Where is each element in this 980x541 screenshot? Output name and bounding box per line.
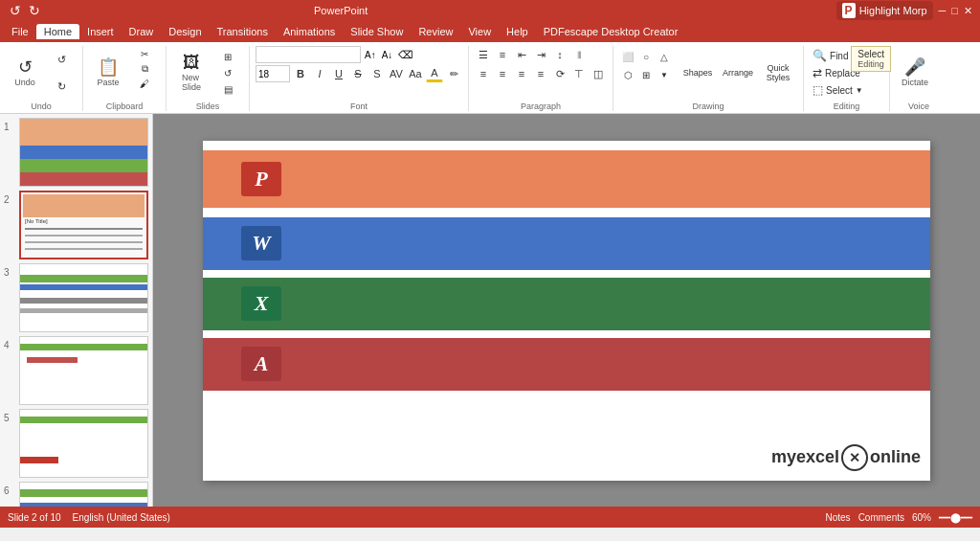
arrange-btn[interactable]: Arrange [719, 48, 757, 98]
layout-btn[interactable]: ⊞ [212, 50, 243, 64]
slide-img-4[interactable] [19, 336, 148, 405]
ribbon-group-clipboard: 📋 Paste ✂ ⧉ 🖌 Clipboard [83, 46, 167, 111]
status-bar: Slide 2 of 10 English (United States) No… [0, 507, 980, 528]
change-case-btn[interactable]: Aa [407, 65, 424, 82]
find-icon: 🔍 [813, 49, 827, 62]
menu-design[interactable]: Design [161, 24, 209, 39]
menu-animations[interactable]: Animations [276, 24, 343, 39]
minimize-icon[interactable]: ─ [939, 5, 947, 16]
italic-btn[interactable]: I [311, 65, 328, 82]
menu-transitions[interactable]: Transitions [210, 24, 276, 39]
new-slide-btn[interactable]: 🖼 NewSlide [172, 48, 211, 98]
shape-2[interactable]: ○ [637, 48, 655, 65]
dictate-btn[interactable]: 🎤 Dictate [896, 46, 934, 100]
slide-img-3[interactable] [19, 263, 148, 332]
menu-view[interactable]: View [460, 24, 499, 39]
shapes-label: Shapes [683, 68, 713, 78]
font-color-btn[interactable]: A [426, 65, 443, 82]
undo-btn[interactable]: ↺ Undo [6, 46, 44, 100]
slide-img-2[interactable]: [No Title] [19, 191, 148, 259]
undo-icon[interactable]: ↺ [8, 3, 23, 18]
menu-draw[interactable]: Draw [122, 24, 162, 39]
align-right-btn[interactable]: ≡ [513, 65, 530, 82]
s2-line1 [25, 228, 143, 230]
menu-review[interactable]: Review [411, 24, 460, 39]
s3-band2 [20, 284, 147, 290]
bold-btn[interactable]: B [292, 65, 309, 82]
menu-file[interactable]: File [4, 24, 36, 39]
quick-styles-btn[interactable]: QuickStyles [759, 48, 797, 98]
font-name-input[interactable] [256, 46, 361, 63]
cut-btn[interactable]: ✂ [129, 48, 160, 60]
align-center-btn[interactable]: ≡ [494, 65, 511, 82]
redo-small-btn[interactable]: ↻ [46, 74, 77, 99]
redo-icon[interactable]: ↻ [27, 3, 42, 18]
char-spacing-btn[interactable]: AV [388, 65, 405, 82]
shapes-more-btn[interactable]: ▼ [656, 66, 673, 83]
section-btn[interactable]: ▤ [212, 82, 243, 97]
highlight-morph-btn[interactable]: P Highlight Morp [836, 1, 933, 20]
underline-btn[interactable]: U [330, 65, 347, 82]
justify-btn[interactable]: ≡ [532, 65, 549, 82]
s2-top [23, 194, 145, 217]
align-text-btn[interactable]: ⊤ [570, 65, 588, 82]
zoom-slider[interactable]: ━━⬤━━ [939, 512, 972, 523]
slide-thumb-1[interactable]: 1 [4, 118, 148, 187]
slide-thumb-2[interactable]: 2 [No Title] [4, 191, 148, 259]
bullets-btn[interactable]: ☰ [475, 46, 492, 63]
slide6-preview [20, 483, 147, 507]
text-direction-btn[interactable]: ⟳ [551, 65, 568, 82]
select-icon: ⬚ [813, 83, 823, 97]
title-bar-text: PowerPoint [314, 5, 368, 16]
strikethrough-btn[interactable]: S [349, 65, 367, 82]
shape-4[interactable]: ⬡ [619, 66, 636, 83]
font-size-input[interactable] [256, 65, 290, 82]
shadow-btn[interactable]: S [368, 65, 386, 82]
columns-btn[interactable]: ⫴ [570, 46, 588, 63]
slide-thumb-4[interactable]: 4 [4, 336, 148, 405]
line-spacing-btn[interactable]: ↕ [551, 46, 568, 63]
numbering-btn[interactable]: ≡ [494, 46, 511, 63]
shape-1[interactable]: ⬜ [619, 48, 636, 65]
notes-btn[interactable]: Notes [826, 512, 851, 523]
slide-main[interactable]: P W X A mye [203, 141, 930, 481]
slide-img-5[interactable] [19, 409, 148, 478]
shapes-btn[interactable]: Shapes [679, 48, 717, 98]
s2-line2 [25, 235, 143, 237]
zoom-level: 60% [912, 512, 931, 523]
menu-insert[interactable]: Insert [79, 24, 122, 39]
shape-3[interactable]: △ [656, 48, 673, 65]
comments-btn[interactable]: Comments [858, 512, 904, 523]
slide-thumb-5[interactable]: 5 [4, 409, 148, 478]
maximize-icon[interactable]: □ [951, 5, 958, 16]
format-painter-icon: 🖌 [140, 79, 149, 89]
menu-slideshow[interactable]: Slide Show [343, 24, 411, 39]
slide-thumb-3[interactable]: 3 [4, 263, 148, 332]
copy-btn[interactable]: ⧉ [129, 62, 160, 76]
ribbon-group-drawing: ⬜ ○ △ ⬡ ⊞ ▼ Shapes Arrange QuickStyles D… [613, 46, 804, 111]
align-left-btn[interactable]: ≡ [475, 65, 492, 82]
undo-small-btn[interactable]: ↺ [46, 47, 77, 72]
smartart-btn[interactable]: ◫ [590, 65, 607, 82]
paste-btn[interactable]: 📋 Paste [89, 46, 127, 100]
menu-help[interactable]: Help [499, 24, 536, 39]
menu-pdfescape[interactable]: PDFescape Desktop Creator [536, 24, 686, 39]
decrease-indent-btn[interactable]: ⇤ [513, 46, 530, 63]
powerpoint-icon-box: P [241, 162, 281, 196]
menu-home[interactable]: Home [36, 24, 79, 39]
close-icon[interactable]: ✕ [964, 5, 972, 17]
quick-access-toolbar: ↺ ↻ PowerPoint P Highlight Morp ─ □ ✕ [0, 0, 980, 21]
clear-format-icon[interactable]: ⌫ [396, 49, 415, 61]
select-btn[interactable]: ⬚ Select ▼ [810, 82, 866, 98]
highlight-btn[interactable]: ✏ [445, 65, 462, 82]
font-shrink-icon[interactable]: A↓ [380, 50, 395, 60]
format-painter-btn[interactable]: 🖌 [129, 78, 160, 90]
shape-5[interactable]: ⊞ [637, 66, 655, 83]
slide-thumb-6[interactable]: 6 [4, 482, 148, 507]
slide-img-1[interactable] [19, 118, 148, 187]
slide-num-4: 4 [4, 340, 15, 350]
slide-img-6[interactable] [19, 482, 148, 507]
increase-indent-btn[interactable]: ⇥ [532, 46, 549, 63]
font-grow-icon[interactable]: A↑ [363, 50, 378, 60]
reset-btn[interactable]: ↺ [212, 66, 243, 80]
